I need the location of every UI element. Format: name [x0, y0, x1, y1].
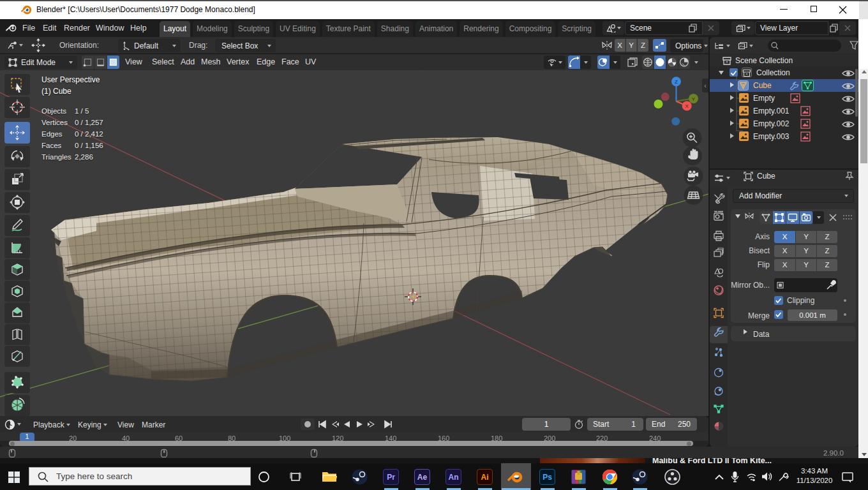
svg-text:Z: Z [675, 79, 678, 85]
svg-text:X: X [685, 103, 689, 109]
svg-text:Y: Y [692, 96, 696, 102]
